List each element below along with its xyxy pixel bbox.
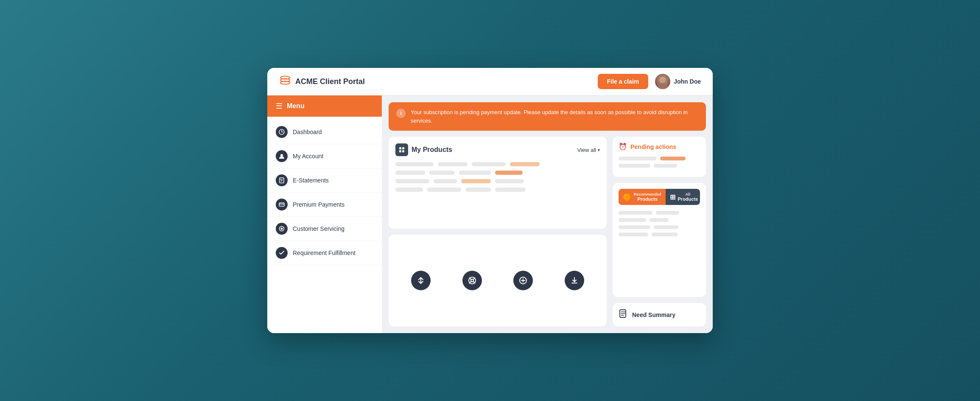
sidebar-item-e-statements[interactable]: E-Statements (267, 168, 382, 193)
skeleton-bar (619, 218, 646, 222)
products-tabs: 🟠 Recommended Products ⊞ All P (619, 189, 700, 205)
download-button[interactable] (565, 271, 584, 290)
svg-point-17 (471, 279, 473, 282)
skeleton-row-2 (395, 171, 600, 175)
pending-actions-title: Pending actions (630, 143, 676, 150)
alert-icon: i (396, 109, 406, 118)
my-products-title: My Products (412, 146, 452, 154)
main-layout: ☰ Menu Dashboard (267, 95, 713, 333)
pending-actions-card: ⏰ Pending actions (613, 137, 706, 177)
skeleton-bar (495, 188, 526, 192)
customer-servicing-icon (276, 223, 288, 235)
user-name: John Doe (674, 78, 701, 85)
skeleton-bar (429, 171, 455, 175)
svg-rect-8 (279, 203, 284, 206)
header-left: ACME Client Portal (279, 74, 365, 89)
skeleton-bar (427, 188, 461, 192)
svg-rect-15 (402, 150, 404, 152)
skeleton-bar (619, 211, 652, 215)
prod-row-4 (619, 233, 700, 236)
prod-row-1 (619, 211, 700, 215)
svg-rect-12 (399, 147, 401, 149)
view-all-button[interactable]: View all ▾ (577, 147, 600, 153)
skeleton-bar (654, 225, 678, 229)
sidebar-menu-header[interactable]: ☰ Menu (267, 95, 382, 117)
avatar (655, 74, 670, 89)
skeleton-bar (495, 171, 523, 175)
action-icons-card (389, 235, 607, 327)
support-button[interactable] (462, 271, 482, 290)
alert-banner: i Your subscription is pending payment u… (389, 102, 706, 131)
header-right: File a claim John Doe (598, 74, 701, 89)
add-button[interactable] (513, 271, 533, 290)
skeleton-row-3 (395, 179, 600, 183)
clock-icon: ⏰ (619, 143, 627, 151)
skeleton-row-1 (395, 162, 600, 166)
skeleton-row-4 (395, 188, 600, 192)
pending-row-2 (619, 164, 700, 168)
header: ACME Client Portal File a claim John Doe (267, 68, 713, 95)
sidebar-item-premium-payments[interactable]: Premium Payments (267, 193, 382, 217)
sidebar-item-label: Dashboard (293, 129, 322, 135)
content-area: i Your subscription is pending payment u… (382, 95, 713, 333)
avatar-image (655, 74, 670, 89)
requirement-fulfillment-icon (276, 247, 288, 259)
skeleton-bar (619, 225, 650, 229)
skeleton-bar (619, 164, 650, 168)
pending-row-1 (619, 157, 700, 160)
right-panel: ⏰ Pending actions (613, 137, 706, 326)
alert-text: Your subscription is pending payment upd… (411, 108, 698, 125)
skeleton-bar (438, 162, 468, 166)
e-statements-icon (276, 174, 288, 186)
skeleton-bar (654, 164, 677, 168)
skeleton-bar (472, 162, 506, 166)
svg-rect-13 (402, 147, 404, 149)
svg-point-11 (281, 228, 283, 230)
skeleton-bar (465, 188, 491, 192)
prod-row-3 (619, 225, 700, 229)
chevron-icon: ▾ (598, 148, 600, 152)
sidebar-item-label: Premium Payments (293, 201, 344, 208)
need-summary-title: Need Summary (632, 311, 675, 318)
sidebar-item-dashboard[interactable]: Dashboard (267, 120, 382, 144)
my-products-header: My Products View all ▾ (395, 143, 600, 156)
transfer-button[interactable] (411, 271, 431, 290)
sidebar-item-customer-servicing[interactable]: Customer Servicing (267, 217, 382, 241)
products-card: 🟠 Recommended Products ⊞ All P (613, 183, 706, 297)
prod-row-2 (619, 218, 700, 222)
logo-icon (279, 74, 291, 89)
sidebar-item-label: Requirement Fulfillment (293, 250, 356, 256)
skeleton-bar (459, 171, 491, 175)
dashboard-icon (276, 126, 288, 138)
skeleton-bar (652, 233, 678, 236)
card-title-area: My Products (395, 143, 452, 156)
sidebar-item-label: My Account (293, 153, 323, 160)
skeleton-bar (434, 179, 457, 183)
recommended-tab[interactable]: 🟠 Recommended Products (619, 189, 666, 205)
need-summary-card: Need Summary (613, 303, 706, 326)
products-icon (395, 143, 408, 156)
svg-point-3 (660, 77, 666, 83)
sidebar-item-requirement-fulfillment[interactable]: Requirement Fulfillment (267, 241, 382, 265)
skeleton-bar (660, 157, 686, 160)
header-title: ACME Client Portal (295, 77, 365, 86)
skeleton-bar (395, 162, 434, 166)
menu-label: Menu (287, 102, 305, 110)
skeleton-bar (395, 188, 423, 192)
skeleton-bar (650, 218, 669, 222)
skeleton-bar (656, 211, 679, 215)
premium-payments-icon (276, 199, 288, 210)
sidebar-item-label: E-Statements (293, 177, 329, 184)
recommended-tab-labels: Recommended Products (634, 192, 661, 202)
pending-actions-header: ⏰ Pending actions (619, 143, 700, 151)
sidebar-item-my-account[interactable]: My Account (267, 144, 382, 168)
sidebar-item-label: Customer Servicing (293, 225, 344, 232)
file-claim-button[interactable]: File a claim (598, 74, 648, 89)
skeleton-bar (395, 171, 425, 175)
skeleton-bar (510, 162, 540, 166)
user-info: John Doe (655, 74, 701, 89)
my-products-card: My Products View all ▾ (389, 137, 607, 229)
menu-icon: ☰ (276, 101, 283, 111)
all-products-tab[interactable]: ⊞ All Products (666, 189, 700, 205)
svg-rect-14 (399, 150, 401, 152)
